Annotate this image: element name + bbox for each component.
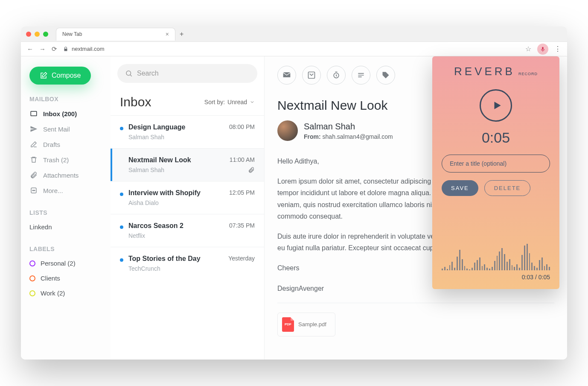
sidebar-label-item[interactable]: Personal (2) (29, 256, 102, 271)
sidebar-item-inbox[interactable]: Inbox (200) (29, 106, 102, 121)
sidebar-label-item[interactable]: Work (2) (29, 286, 102, 301)
list-view-button[interactable] (352, 66, 370, 85)
url-bar: ← → ⟳ nextmail.com ☆ ⋮ (21, 42, 567, 56)
sort-dropdown[interactable]: Sort by: Unread (204, 99, 255, 105)
email-sender: Salman Shah (128, 134, 224, 140)
sidebar-item-more[interactable]: More... (29, 183, 102, 198)
compose-label: Compose (52, 72, 81, 79)
email-list-item[interactable]: Nextmail New Look Salman Shah 11:00 AM (111, 148, 264, 181)
mic-extension-icon[interactable] (537, 44, 548, 55)
labels-heading: LABELS (29, 246, 102, 252)
sidebar-item-label: Sent Mail (43, 126, 70, 133)
maximize-window-icon[interactable] (43, 32, 48, 37)
sent-icon (29, 125, 38, 133)
sidebar-item-label: Work (2) (41, 290, 65, 297)
forward-icon[interactable]: → (39, 45, 46, 53)
playback-progress: 0:03 / 0:05 (522, 274, 550, 281)
new-tab-icon[interactable]: + (180, 30, 183, 38)
email-list-item[interactable]: Interview with Shopify Aisha Dialo 12:05… (111, 181, 264, 214)
sidebar-list-linkedin[interactable]: Linkedn (29, 219, 102, 234)
delete-button[interactable]: DELETE (484, 180, 531, 196)
email-time: Yesterday (228, 255, 255, 262)
more-icon (29, 187, 38, 194)
menu-icon[interactable]: ⋮ (554, 45, 561, 53)
email-sender: Aisha Dialo (128, 199, 224, 206)
unread-dot-icon (120, 258, 123, 262)
sidebar-item-attachments[interactable]: Attachments (29, 167, 102, 183)
email-time: 08:00 PM (229, 123, 255, 130)
archive-button[interactable] (302, 66, 321, 85)
inbox-icon (29, 110, 38, 117)
email-list-item[interactable]: Narcos Season 2 Netflix 07:35 PM (111, 214, 264, 247)
browser-tab[interactable]: New Tab × (56, 28, 175, 41)
search-icon (125, 70, 133, 77)
label-color-icon (29, 275, 35, 281)
email-subject: Narcos Season 2 (128, 222, 224, 230)
avatar (277, 120, 298, 141)
sidebar-item-label: Attachments (43, 172, 79, 179)
back-icon[interactable]: ← (27, 45, 33, 53)
window-controls[interactable] (26, 32, 48, 37)
unread-dot-icon (120, 225, 123, 229)
sender-name: Salman Shah (304, 122, 393, 132)
snooze-button[interactable] (327, 66, 346, 85)
sidebar-label-item[interactable]: Clients (29, 271, 102, 286)
svg-rect-0 (31, 111, 37, 116)
sidebar-item-label: Inbox (200) (43, 110, 77, 117)
title-input[interactable] (442, 155, 550, 173)
svg-point-4 (35, 190, 35, 191)
address-field[interactable]: nextmail.com (63, 46, 519, 52)
recording-time: 0:05 (482, 129, 510, 146)
compose-icon (40, 72, 47, 79)
svg-point-2 (32, 190, 33, 191)
play-button[interactable] (480, 89, 512, 122)
unread-dot-icon (120, 193, 123, 196)
email-sender: Netflix (128, 232, 224, 239)
bookmark-icon[interactable]: ☆ (525, 45, 531, 53)
compose-button[interactable]: Compose (29, 67, 91, 85)
mark-read-button[interactable] (277, 66, 296, 85)
browser-titlebar: New Tab × + (21, 26, 567, 42)
close-window-icon[interactable] (26, 32, 31, 37)
sidebar-item-label: Linkedn (29, 223, 52, 231)
waveform (442, 236, 550, 270)
email-list-column: Search Inbox Sort by: Unread Design Lang… (111, 56, 264, 360)
sidebar-item-label: More... (43, 187, 63, 194)
sidebar-item-label: Trash (2) (43, 156, 69, 164)
reload-icon[interactable]: ⟳ (52, 45, 57, 53)
sidebar-item-sent[interactable]: Sent Mail (29, 121, 102, 137)
search-input[interactable]: Search (117, 64, 257, 83)
email-subject: Design Language (128, 123, 224, 131)
label-color-icon (29, 260, 35, 266)
save-button[interactable]: SAVE (442, 180, 478, 196)
attachment-chip[interactable]: PDF Sample.pdf (277, 313, 335, 336)
list-title: Inbox (120, 95, 151, 109)
drafts-icon (29, 140, 38, 148)
sidebar-item-label: Drafts (43, 141, 60, 148)
reverb-logo: REVERB RECORD (454, 65, 538, 78)
email-time: 07:35 PM (229, 222, 255, 229)
email-sender: TechCrunch (128, 265, 223, 272)
sidebar-item-label: Clients (41, 275, 60, 282)
trash-icon (29, 156, 38, 164)
minimize-window-icon[interactable] (35, 32, 40, 37)
email-subject: Interview with Shopify (128, 189, 224, 197)
sidebar-item-drafts[interactable]: Drafts (29, 137, 102, 152)
attachment-icon (248, 167, 255, 173)
email-subject: Top Stories of the Day (128, 255, 223, 263)
sidebar-item-label: Personal (2) (41, 260, 76, 267)
label-color-icon (29, 290, 35, 296)
url-text: nextmail.com (72, 46, 105, 52)
lists-heading: LISTS (29, 209, 102, 216)
close-tab-icon[interactable]: × (166, 31, 169, 38)
pdf-icon: PDF (282, 317, 294, 332)
svg-point-5 (126, 71, 131, 76)
email-list-item[interactable]: Design Language Salman Shah 08:00 PM (111, 115, 264, 148)
sidebar-item-trash[interactable]: Trash (2) (29, 152, 102, 167)
attachment-name: Sample.pdf (298, 321, 326, 328)
email-list-item[interactable]: Top Stories of the Day TechCrunch Yester… (111, 247, 264, 280)
tag-button[interactable] (376, 66, 395, 85)
email-sender: Salman Shah (128, 167, 224, 173)
svg-point-3 (33, 190, 34, 191)
reverb-panel: REVERB RECORD 0:05 SAVE DELETE 0:03 / 0:… (432, 56, 559, 289)
